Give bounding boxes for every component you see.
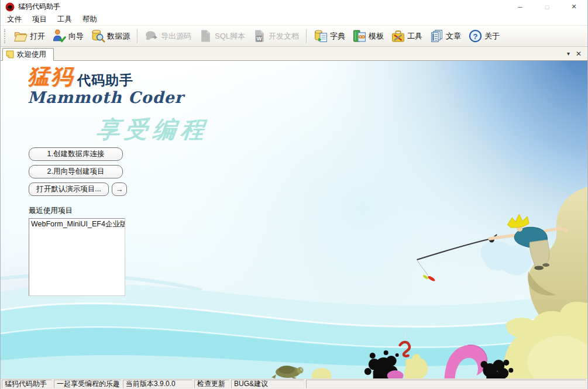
open-demo-project-button[interactable]: 打开默认演示项目... — [29, 183, 109, 196]
window-controls: ─ □ ✕ — [507, 0, 587, 13]
template-icon — [352, 29, 367, 43]
toolbar-button-wizard[interactable]: 向导 — [49, 27, 87, 45]
status-bug-feedback[interactable]: BUG&建议 — [231, 380, 304, 388]
logo-cn-primary: 猛犸 — [27, 66, 74, 87]
menu-bar: 文件 项目 工具 帮助 — [1, 13, 587, 25]
datasource-icon — [91, 29, 105, 43]
demo-project-arrow-button[interactable]: → — [112, 183, 127, 196]
open-folder-icon — [13, 29, 28, 43]
menu-tools[interactable]: 工具 — [52, 13, 77, 26]
export-source-icon — [145, 29, 159, 43]
minimize-button[interactable]: ─ — [507, 0, 534, 13]
tab-welcome[interactable]: 欢迎使用 — [2, 48, 54, 61]
menu-file[interactable]: 文件 — [2, 13, 27, 26]
toolbar-button-dev-doc: W 开发文档 — [249, 27, 302, 45]
status-spacer — [306, 380, 586, 388]
quick-actions: 1.创建数据库连接 2.用向导创建项目 打开默认演示项目... → — [29, 147, 127, 200]
toolbar-button-dictionary[interactable]: 字典 — [310, 27, 349, 45]
toolbar-button-template[interactable]: 模板 — [349, 27, 387, 45]
toolbar-button-sql-script: SQL脚本 — [195, 27, 249, 45]
toolbar-separator — [137, 29, 137, 43]
logo-cn-secondary: 代码助手 — [77, 73, 133, 87]
dictionary-icon — [314, 29, 328, 43]
status-slogan: 一起享受编程的乐趣 — [54, 380, 121, 388]
logo-english: Mammoth Coder — [27, 88, 262, 106]
tab-strip-controls: ▾ ✕ — [567, 50, 587, 60]
tools-icon — [391, 29, 405, 43]
toolbar-grip — [4, 29, 6, 43]
menu-project[interactable]: 项目 — [27, 13, 52, 26]
toolbar-button-articles[interactable]: 文章 — [426, 27, 465, 45]
wizard-icon — [52, 29, 67, 43]
app-logo-block: 猛犸 代码助手 Mammoth Coder 享受编程 — [27, 66, 262, 106]
create-project-wizard-button[interactable]: 2.用向导创建项目 — [29, 165, 123, 178]
note-icon — [6, 50, 14, 58]
status-app-name: 猛犸代码助手 — [2, 380, 52, 388]
app-window: 猛犸代码助手 ─ □ ✕ 文件 项目 工具 帮助 打开 向导 — [0, 0, 588, 389]
toolbar-button-open[interactable]: 打开 — [10, 27, 49, 45]
dev-doc-icon: W — [252, 29, 267, 43]
recent-projects-label: 最近使用项目 — [29, 206, 125, 216]
main-toolbar: 打开 向导 数据源 导出源码 SQL脚本 — [1, 25, 587, 47]
toolbar-button-export-source: 导出源码 — [141, 27, 195, 45]
tab-welcome-label: 欢迎使用 — [17, 50, 46, 60]
svg-text:W: W — [257, 36, 262, 42]
article-icon — [429, 29, 444, 43]
status-version: 当前版本3.9.0.0 — [123, 380, 192, 388]
status-bar: 猛犸代码助手 一起享受编程的乐趣 当前版本3.9.0.0 检查更新 BUG&建议 — [1, 378, 587, 389]
tab-close-icon[interactable]: ✕ — [576, 50, 582, 57]
status-check-update[interactable]: 检查更新 — [194, 380, 229, 388]
window-title: 猛犸代码助手 — [18, 2, 60, 12]
toolbar-button-about[interactable]: ? 关于 — [465, 27, 503, 45]
toolbar-button-tools[interactable]: 工具 — [387, 27, 426, 45]
create-db-connection-button[interactable]: 1.创建数据库连接 — [29, 147, 123, 161]
svg-text:?: ? — [473, 32, 477, 41]
tab-strip: 欢迎使用 ▾ ✕ — [1, 47, 587, 61]
welcome-page: 猛犸 代码助手 Mammoth Coder 享受编程 1.创建数据库连接 2.用… — [1, 61, 587, 378]
close-button[interactable]: ✕ — [561, 0, 587, 13]
menu-help[interactable]: 帮助 — [77, 13, 102, 26]
calligraphy-watermark: 享受编程 — [95, 113, 211, 146]
tab-overflow-icon[interactable]: ▾ — [567, 51, 570, 57]
toolbar-button-datasource[interactable]: 数据源 — [87, 27, 133, 45]
title-bar: 猛犸代码助手 ─ □ ✕ — [1, 0, 587, 13]
recent-projects-section: 最近使用项目 WebForm_MiniUI_EF4企业版 — [29, 206, 125, 296]
about-icon: ? — [468, 29, 483, 43]
recent-project-item[interactable]: WebForm_MiniUI_EF4企业版 — [29, 219, 125, 230]
maximize-button[interactable]: □ — [534, 0, 561, 13]
sql-script-icon — [198, 29, 213, 43]
app-logo-icon — [5, 2, 15, 12]
recent-projects-list[interactable]: WebForm_MiniUI_EF4企业版 — [29, 218, 125, 296]
toolbar-separator — [306, 29, 307, 43]
